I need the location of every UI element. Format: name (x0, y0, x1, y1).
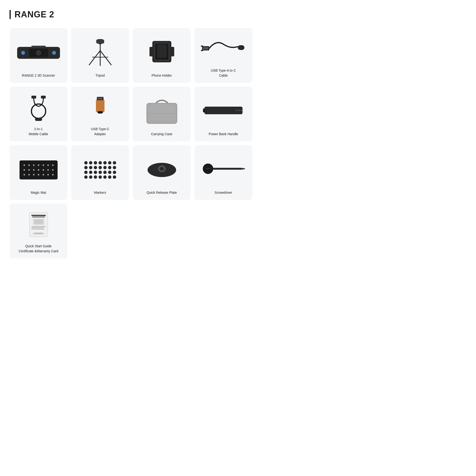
svg-rect-21 (203, 47, 208, 50)
usb-cable-icon (200, 35, 247, 63)
item-label-phone-holder: Phone Holder (152, 73, 172, 78)
item-label-tripod: Tripod (95, 73, 105, 78)
svg-rect-109 (32, 229, 45, 229)
item-quick-release: Quick Release Plate (133, 145, 191, 200)
svg-rect-5 (32, 46, 46, 48)
svg-point-48 (47, 165, 49, 166)
item-image-power-bank (198, 92, 249, 128)
svg-point-1 (21, 51, 25, 55)
svg-rect-29 (96, 99, 104, 112)
svg-point-74 (99, 166, 102, 169)
svg-point-49 (52, 165, 53, 166)
svg-rect-41 (203, 108, 205, 112)
svg-rect-23 (201, 46, 203, 47)
mobile-cable-icon (15, 93, 62, 122)
item-label-usb-cable: USB Type-A to CCable (211, 68, 236, 78)
magic-mat-icon (15, 154, 62, 183)
item-image-usb-adapter (75, 92, 125, 123)
item-label-carrying-case: Carrying Case (151, 132, 172, 136)
svg-point-86 (89, 175, 92, 179)
svg-point-77 (113, 166, 116, 169)
svg-point-50 (24, 169, 25, 171)
item-image-scanner (13, 34, 64, 69)
svg-rect-22 (238, 45, 244, 50)
tripod-icon (76, 37, 124, 66)
quick-release-icon (138, 154, 186, 183)
item-markers: Markers (71, 145, 129, 200)
svg-point-83 (108, 171, 111, 174)
svg-point-73 (94, 166, 97, 169)
item-label-screwdriver: Screwdriver (215, 190, 232, 195)
item-image-markers (75, 151, 125, 186)
svg-point-43 (24, 165, 25, 166)
svg-rect-17 (157, 45, 167, 58)
svg-point-46 (38, 165, 39, 166)
svg-line-11 (100, 51, 111, 65)
svg-point-64 (84, 161, 87, 165)
svg-rect-36 (149, 105, 175, 120)
item-label-power-bank: Power Bank Handle (209, 132, 238, 136)
svg-point-79 (89, 171, 92, 174)
item-image-quick-release (136, 151, 187, 186)
svg-point-51 (28, 169, 30, 171)
svg-point-39 (238, 110, 240, 111)
svg-point-45 (33, 165, 34, 166)
svg-point-52 (33, 169, 34, 171)
svg-point-78 (84, 171, 87, 174)
power-bank-icon (200, 96, 247, 124)
svg-point-4 (36, 51, 41, 55)
item-mobile-cable: 2-in-1Mobile Cable (10, 87, 67, 141)
usb-adapter-icon (76, 93, 124, 122)
page-title: RANGE 2 (15, 10, 54, 19)
svg-line-9 (89, 51, 100, 65)
svg-rect-13 (96, 39, 104, 44)
svg-point-63 (52, 174, 53, 175)
svg-point-61 (43, 174, 44, 175)
svg-point-55 (47, 169, 49, 171)
svg-point-71 (84, 166, 87, 169)
svg-rect-30 (98, 111, 103, 114)
svg-point-67 (99, 161, 102, 165)
svg-rect-106 (34, 220, 43, 224)
svg-point-47 (43, 165, 44, 166)
svg-point-40 (241, 110, 242, 111)
item-image-usb-cable (198, 34, 249, 64)
item-image-phone-holder (136, 34, 187, 69)
svg-point-59 (33, 174, 34, 175)
svg-point-60 (38, 174, 39, 175)
svg-point-56 (52, 169, 53, 171)
svg-point-90 (108, 175, 111, 179)
svg-rect-107 (32, 226, 46, 227)
svg-point-89 (103, 175, 107, 179)
last-row-grid: Quick Start GuideCertificate &Warranty C… (10, 204, 252, 258)
svg-point-68 (103, 161, 107, 165)
item-label-markers: Markers (94, 190, 106, 195)
item-image-screwdriver (198, 151, 249, 186)
product-grid: RANGE 2 3D Scanner Tripod (10, 28, 252, 200)
svg-point-72 (89, 166, 92, 169)
item-label-scanner: RANGE 2 3D Scanner (22, 73, 55, 78)
svg-point-87 (94, 175, 97, 179)
item-usb-cable: USB Type-A to CCable (194, 28, 252, 83)
svg-point-62 (47, 174, 49, 175)
svg-point-75 (103, 166, 107, 169)
svg-point-38 (236, 110, 237, 111)
item-screwdriver: Screwdriver (194, 145, 252, 200)
svg-point-82 (103, 171, 107, 174)
item-tripod: Tripod (71, 28, 129, 83)
item-phone-holder: Phone Holder (133, 28, 191, 83)
item-quick-start: Quick Start GuideCertificate &Warranty C… (10, 204, 67, 258)
item-image-carrying-case (136, 92, 187, 128)
svg-point-88 (99, 175, 102, 179)
markers-icon (76, 154, 124, 183)
item-label-mobile-cable: 2-in-1Mobile Cable (29, 127, 48, 136)
item-range2-scanner: RANGE 2 3D Scanner (10, 28, 67, 83)
svg-point-80 (94, 171, 97, 174)
svg-point-85 (84, 175, 87, 179)
svg-point-53 (38, 169, 39, 171)
svg-rect-24 (201, 50, 203, 51)
item-carrying-case: Carrying Case (133, 87, 191, 141)
phone-holder-icon (138, 37, 186, 66)
svg-rect-18 (150, 47, 153, 56)
svg-point-91 (113, 175, 116, 179)
